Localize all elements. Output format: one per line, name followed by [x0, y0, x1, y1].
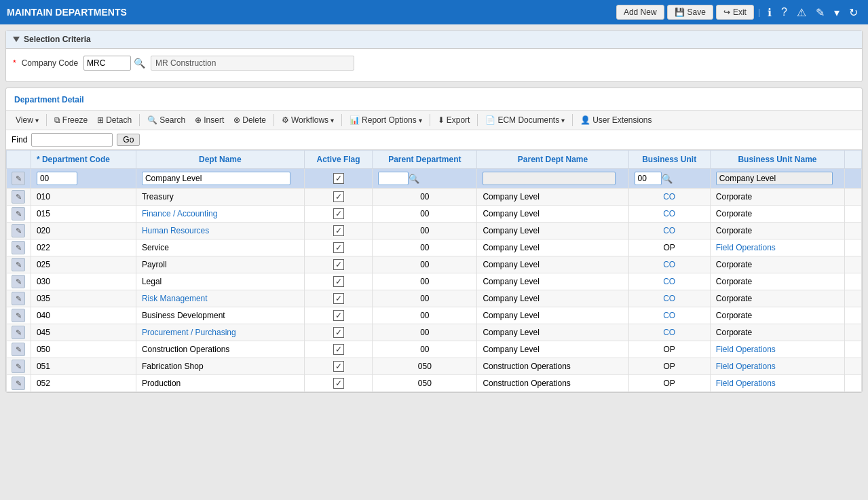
edit-icon-cell[interactable]: ✎ — [7, 375, 31, 392]
parent-dept-name-input[interactable] — [483, 172, 616, 185]
bu-input[interactable] — [635, 172, 662, 185]
view-label: View — [16, 115, 33, 125]
edit-icon-cell[interactable]: ✎ — [7, 324, 31, 341]
collapse-icon[interactable] — [13, 37, 20, 42]
workflows-button[interactable]: ⚙ Workflows ▾ — [278, 113, 338, 127]
workflows-icon: ⚙ — [282, 115, 289, 125]
business-unit-cell: OP — [628, 358, 710, 375]
dept-name-text: Production — [142, 379, 181, 388]
edit-icon-cell[interactable]: ✎ — [7, 223, 31, 239]
edit-icon-cell[interactable]: ✎ — [7, 307, 31, 324]
edit-icon-cell[interactable]: ✎ — [7, 256, 31, 273]
edit-icon-cell[interactable]: ✎ — [7, 169, 31, 189]
add-new-button[interactable]: Add New — [616, 5, 664, 20]
view-button[interactable]: View ▾ — [12, 113, 43, 127]
col-header-dept-code[interactable]: * Department Code — [31, 151, 136, 169]
business-unit-cell[interactable]: 🔍 — [628, 169, 710, 189]
edit-icon[interactable]: ✎ — [12, 207, 25, 220]
edit-icon-cell[interactable]: ✎ — [7, 206, 31, 223]
parent-dept-cell: 00 — [373, 273, 477, 290]
business-unit-name-cell: Corporate — [710, 307, 844, 324]
col-header-business-unit-name[interactable]: Business Unit Name — [710, 151, 844, 169]
dept-code-cell[interactable] — [31, 169, 136, 189]
dept-code-input[interactable] — [37, 172, 77, 185]
parent-dept-cell: 050 — [373, 358, 477, 375]
col-header-business-unit[interactable]: Business Unit — [628, 151, 710, 169]
user-extensions-button[interactable]: 👤 User Extensions — [576, 113, 656, 127]
edit-icon[interactable]: ✎ — [12, 172, 25, 185]
search-button[interactable]: 🔍 Search — [143, 113, 189, 127]
business-unit-cell: OP — [628, 375, 710, 392]
extra-cell — [845, 375, 862, 392]
edit-icon[interactable]: ✎ — [12, 190, 25, 204]
edit-icon[interactable]: ✎ — [12, 343, 25, 356]
exit-button[interactable]: ↪ Exit — [716, 5, 754, 20]
col-header-parent-dept-name[interactable]: Parent Dept Name — [477, 151, 628, 169]
edit-icon-cell[interactable]: ✎ — [7, 273, 31, 290]
find-input[interactable] — [31, 133, 113, 147]
dept-name-text: Human Resources — [142, 226, 209, 235]
export-button[interactable]: ⬇ Export — [434, 113, 474, 127]
col-header-active-flag[interactable]: Active Flag — [304, 151, 372, 169]
business-unit-cell: CO — [628, 324, 710, 341]
parent-dept-cell: 00 — [373, 206, 477, 223]
edit-icon[interactable]: ✎ — [12, 275, 25, 288]
edit-icon-cell[interactable]: ✎ — [7, 341, 31, 358]
bu-name-input[interactable] — [716, 172, 833, 185]
parent-dept-name-cell: Company Level — [477, 239, 628, 256]
edit-icon-cell[interactable]: ✎ — [7, 189, 31, 206]
extra-cell — [845, 189, 862, 206]
business-unit-cell: CO — [628, 273, 710, 290]
parent-dept-cell[interactable]: 🔍 — [373, 169, 477, 189]
parent-dept-search-icon[interactable]: 🔍 — [409, 174, 419, 184]
freeze-button[interactable]: ⧉ Freeze — [50, 113, 92, 127]
edit-icon[interactable]: ✎ — [12, 241, 25, 254]
detach-button[interactable]: ⊞ Detach — [93, 113, 136, 127]
table-row: ✎ 030 Legal ✓ 00 Company Level CO Corpor… — [7, 273, 862, 290]
company-code-search-icon[interactable]: 🔍 — [134, 58, 145, 69]
edit-icon[interactable]: ✎ — [12, 377, 25, 390]
edit-icon[interactable]: ✎ — [12, 309, 25, 322]
bu-name-text: Field Operations — [716, 362, 776, 371]
ecm-documents-button[interactable]: 📄 ECM Documents ▾ — [481, 113, 569, 127]
col-header-dept-name[interactable]: Dept Name — [136, 151, 304, 169]
company-code-input[interactable] — [83, 56, 131, 71]
parent-dept-input[interactable] — [378, 172, 409, 185]
parent-dept-name-cell: Construction Operations — [477, 375, 628, 392]
help-button[interactable]: ? — [778, 5, 791, 20]
detach-label: Detach — [106, 115, 132, 125]
edit-icon[interactable]: ✎ — [12, 224, 25, 237]
active-flag-cell[interactable]: ✓ — [304, 169, 372, 189]
sep6 — [477, 114, 478, 126]
active-flag-cell: ✓ — [304, 239, 372, 256]
edit-icon[interactable]: ✎ — [12, 258, 25, 271]
save-button[interactable]: 💾 Save — [667, 5, 713, 20]
dept-code-cell: 040 — [31, 307, 136, 324]
insert-button[interactable]: ⊕ Insert — [191, 113, 228, 127]
dept-name-cell[interactable] — [136, 169, 304, 189]
alert-button[interactable]: ⚠ — [793, 5, 810, 20]
report-options-button[interactable]: 📊 Report Options ▾ — [345, 113, 426, 127]
edit-mode-button[interactable]: ✎ — [812, 5, 828, 20]
dropdown-button[interactable]: ▾ — [831, 5, 843, 20]
active-checkbox[interactable]: ✓ — [333, 173, 344, 184]
edit-icon[interactable]: ✎ — [12, 292, 25, 305]
active-checkbox-display: ✓ — [333, 327, 344, 338]
delete-button[interactable]: ⊗ Delete — [229, 113, 270, 127]
col-header-parent-dept[interactable]: Parent Department — [373, 151, 477, 169]
sep7 — [572, 114, 573, 126]
dept-name-cell: Finance / Accounting — [136, 206, 304, 223]
go-button[interactable]: Go — [117, 134, 140, 146]
edit-icon[interactable]: ✎ — [12, 360, 25, 373]
edit-icon-cell[interactable]: ✎ — [7, 358, 31, 375]
refresh-button[interactable]: ↻ — [846, 5, 861, 20]
department-detail-header: Department Detail — [6, 88, 862, 111]
export-icon: ⬇ — [438, 115, 445, 125]
info-button[interactable]: ℹ — [764, 5, 775, 20]
bu-search-icon[interactable]: 🔍 — [662, 174, 673, 184]
edit-icon-cell[interactable]: ✎ — [7, 239, 31, 256]
dept-name-input[interactable] — [142, 172, 290, 185]
edit-icon-cell[interactable]: ✎ — [7, 290, 31, 307]
edit-icon[interactable]: ✎ — [12, 326, 25, 339]
parent-dept-name-cell: Construction Operations — [477, 358, 628, 375]
